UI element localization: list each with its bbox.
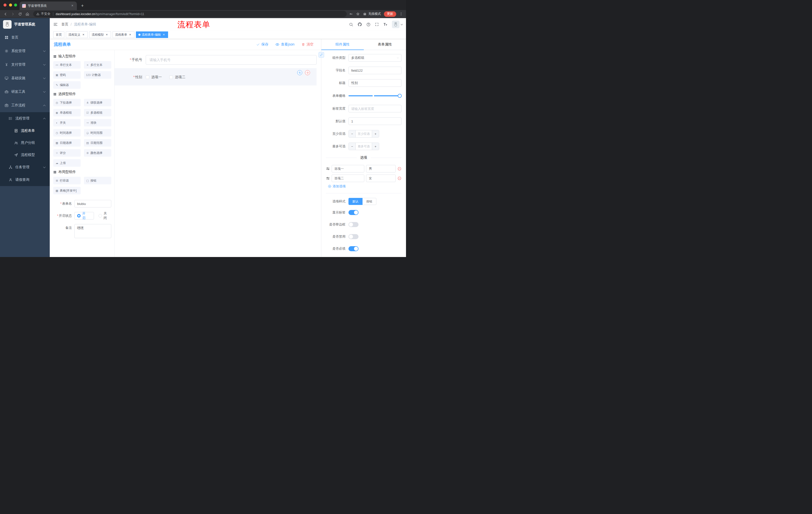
tag-process-model[interactable]: 流程模型× xyxy=(89,31,111,38)
option-drag-icon[interactable] xyxy=(326,176,330,180)
disabled-toggle[interactable] xyxy=(348,234,358,239)
browser-tab[interactable]: 芋道管理系统 × xyxy=(20,1,77,10)
palette-item-date-range[interactable]: ▤日期范围 xyxy=(84,139,111,146)
tab-close-icon[interactable]: × xyxy=(70,4,75,8)
link-icon[interactable] xyxy=(319,52,324,58)
palette-item-select[interactable]: ◎下拉选择 xyxy=(53,99,81,106)
option-2-label-input[interactable] xyxy=(331,174,364,182)
add-option-button[interactable]: 添加选项 xyxy=(326,184,402,189)
browser-menu-icon[interactable] xyxy=(399,12,403,16)
option-1-label-input[interactable] xyxy=(331,165,364,172)
max-increase-button[interactable]: + xyxy=(372,143,379,150)
home-button[interactable] xyxy=(24,11,31,17)
max-input[interactable] xyxy=(356,143,372,150)
field-name-input[interactable] xyxy=(348,66,402,74)
close-icon[interactable]: × xyxy=(128,33,132,36)
sidebar-item-process-form[interactable]: 流程表单 xyxy=(0,125,50,137)
label-width-input[interactable] xyxy=(348,105,402,112)
sidebar-item-home[interactable]: 首页 xyxy=(0,31,50,44)
palette-item-password[interactable]: ▣密码 xyxy=(53,71,81,79)
component-type-select[interactable]: 多选框组 xyxy=(348,54,402,62)
breadcrumb-home[interactable]: 首页 xyxy=(61,22,68,27)
palette-item-time-picker[interactable]: ◷时间选择 xyxy=(53,129,81,137)
palette-item-single-line-text[interactable]: ▭单行文本 xyxy=(53,61,81,69)
phone-input[interactable] xyxy=(146,55,317,64)
minimize-window-button[interactable] xyxy=(9,3,12,6)
palette-item-rate[interactable]: ☆评分 xyxy=(53,149,81,157)
sidebar-item-process-management[interactable]: 流程管理 xyxy=(0,112,50,125)
required-toggle[interactable] xyxy=(348,246,358,251)
palette-item-slider[interactable]: ⊸滑块 xyxy=(84,119,111,127)
min-input[interactable] xyxy=(356,130,372,137)
tag-home[interactable]: 首页 xyxy=(53,31,64,38)
close-icon[interactable]: × xyxy=(162,33,166,36)
palette-item-upload[interactable]: ☁上传 xyxy=(53,159,81,167)
sidebar-item-payment[interactable]: 支付管理 xyxy=(0,58,50,72)
palette-item-checkbox-group[interactable]: ☑多选框组 xyxy=(84,109,111,116)
clear-button[interactable]: 清空 xyxy=(301,42,314,47)
palette-item-multi-line-text[interactable]: ≡多行文本 xyxy=(84,61,111,69)
canvas-field-gender-selected[interactable]: *性别 选项一 选项二 xyxy=(115,68,317,85)
save-button[interactable]: 保存 xyxy=(256,42,268,47)
back-button[interactable] xyxy=(2,11,9,17)
tab-form-props[interactable]: 表单属性 xyxy=(364,39,406,50)
address-bar[interactable]: 不安全 dashboard.yudao.iocoder.cn/bpm/manag… xyxy=(33,11,347,17)
min-decrease-button[interactable]: − xyxy=(349,130,356,137)
sidebar-item-leave-query[interactable]: 请假查询 xyxy=(0,173,50,186)
github-icon[interactable] xyxy=(357,22,362,27)
copy-field-button[interactable] xyxy=(297,70,302,75)
close-icon[interactable]: × xyxy=(82,33,85,36)
style-default-button[interactable]: 默认 xyxy=(348,198,362,205)
status-off-radio[interactable]: 关闭 xyxy=(98,212,107,219)
palette-item-editor[interactable]: ✎编辑器 xyxy=(53,81,81,89)
delete-field-button[interactable] xyxy=(305,70,310,75)
search-icon[interactable] xyxy=(349,22,353,27)
bookmark-star-icon[interactable] xyxy=(356,12,360,16)
sidebar-item-system[interactable]: 系统管理 xyxy=(0,44,50,58)
zoom-window-button[interactable] xyxy=(14,3,17,6)
default-value-input[interactable] xyxy=(348,117,402,125)
fullscreen-icon[interactable] xyxy=(375,22,379,26)
border-toggle[interactable] xyxy=(348,222,358,227)
sidebar-item-task-management[interactable]: 任务管理 xyxy=(0,161,50,173)
hamburger-icon[interactable] xyxy=(53,22,58,27)
forward-button[interactable] xyxy=(9,11,16,17)
tag-process-definition[interactable]: 流程定义× xyxy=(66,31,88,38)
font-size-icon[interactable] xyxy=(383,22,388,27)
sidebar-item-process-model[interactable]: 流程模型 xyxy=(0,149,50,161)
palette-item-time-range[interactable]: ◶时间范围 xyxy=(84,129,111,137)
tab-component-props[interactable]: 组件属性 xyxy=(321,39,364,50)
remove-option-2-button[interactable] xyxy=(398,176,402,180)
palette-item-table[interactable]: ▩表格[开发中] xyxy=(53,187,81,194)
close-window-button[interactable] xyxy=(3,3,6,6)
title-input[interactable] xyxy=(348,79,402,87)
tag-process-form-edit[interactable]: 流程表单-编辑× xyxy=(136,31,168,38)
form-canvas[interactable]: *手机号 *性别 选项一 选 xyxy=(115,50,321,257)
status-on-radio[interactable]: 开启 xyxy=(75,212,94,219)
password-key-icon[interactable] xyxy=(349,12,353,16)
sidebar-logo[interactable]: 芋道管理系统 xyxy=(0,18,50,31)
user-avatar-menu[interactable] xyxy=(392,21,403,28)
palette-item-counter[interactable]: 123计数器 xyxy=(84,71,111,79)
form-name-input[interactable] xyxy=(75,200,111,208)
security-label[interactable]: 不安全 xyxy=(41,12,51,16)
new-tab-button[interactable]: + xyxy=(79,2,86,9)
min-increase-button[interactable]: + xyxy=(372,130,379,137)
close-icon[interactable]: × xyxy=(105,33,109,36)
reload-button[interactable] xyxy=(17,11,23,17)
remove-option-1-button[interactable] xyxy=(398,167,402,171)
sidebar-item-user-group[interactable]: 用户分组 xyxy=(0,137,50,149)
max-decrease-button[interactable]: − xyxy=(349,143,356,150)
view-json-button[interactable]: 查看json xyxy=(276,42,294,47)
help-icon[interactable] xyxy=(366,22,371,27)
option-1-value-input[interactable] xyxy=(366,165,396,172)
gender-option-1-checkbox[interactable]: 选项一 xyxy=(146,75,162,79)
slider-handle[interactable] xyxy=(398,94,402,98)
palette-item-switch[interactable]: ◐开关 xyxy=(53,119,81,127)
canvas-field-phone[interactable]: *手机号 xyxy=(115,55,317,64)
palette-item-button[interactable]: ▢按钮 xyxy=(84,177,111,184)
palette-item-row-container[interactable]: ⊞行容器 xyxy=(53,177,81,184)
palette-item-cascader[interactable]: ⋔级联选择 xyxy=(84,99,111,106)
update-button[interactable]: 更新 xyxy=(384,11,396,17)
grid-slider[interactable] xyxy=(348,92,402,100)
